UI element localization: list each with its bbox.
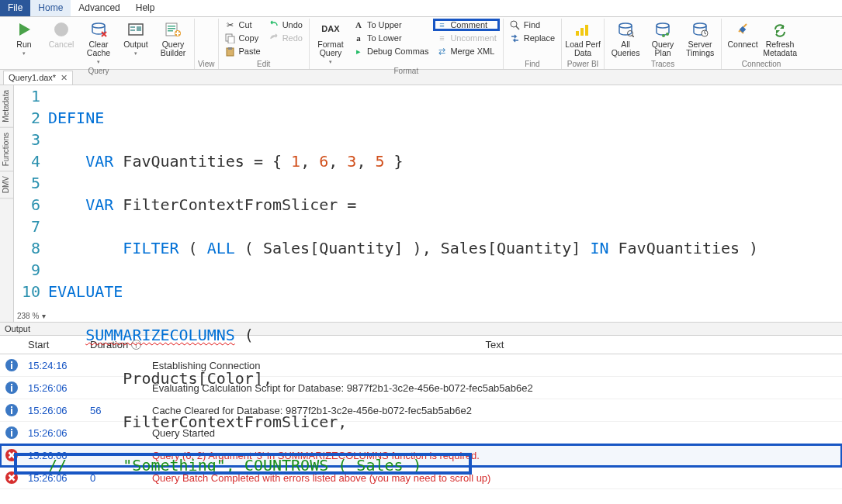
code-text: // "Something", COUNTROWS ( Sales ) bbox=[48, 456, 422, 475]
find-button[interactable]: Find bbox=[507, 19, 558, 31]
output-label: Output bbox=[123, 40, 148, 49]
line-number: 6 bbox=[14, 194, 40, 216]
code-text: ( bbox=[235, 326, 254, 344]
svg-point-26 bbox=[619, 23, 632, 28]
run-button[interactable]: Run▾ bbox=[6, 19, 42, 57]
cut-icon: ✂ bbox=[225, 19, 236, 30]
server-timings-label: Server Timings bbox=[686, 40, 714, 57]
error-icon bbox=[0, 467, 23, 489]
all-queries-button[interactable]: All Queries bbox=[608, 19, 643, 59]
copy-button[interactable]: Copy bbox=[222, 32, 264, 44]
svg-rect-8 bbox=[130, 29, 135, 31]
sidetab-metadata[interactable]: Metadata bbox=[0, 85, 13, 128]
undo-icon bbox=[269, 19, 279, 30]
format-query-button[interactable]: DAX Format Query▾ bbox=[313, 19, 348, 66]
info-icon bbox=[0, 422, 23, 444]
svg-rect-11 bbox=[168, 26, 175, 27]
code-text: 6 bbox=[319, 152, 328, 171]
side-tab-strip: Metadata Functions DMV bbox=[0, 85, 14, 322]
code-editor[interactable]: 1 2 3 4 5 6 7 8 9 10 DEFINE VAR FavQuant… bbox=[14, 85, 842, 310]
svg-point-30 bbox=[666, 33, 669, 36]
merge-icon: ⇄ bbox=[436, 46, 447, 57]
code-text: FilterContextFromSlicer = bbox=[113, 195, 356, 214]
sidetab-functions[interactable]: Functions bbox=[0, 128, 13, 171]
group-label-format: Format bbox=[313, 66, 500, 76]
load-perf-button[interactable]: Load Perf Data bbox=[565, 19, 601, 59]
svg-point-21 bbox=[511, 21, 517, 27]
replace-icon bbox=[510, 33, 521, 43]
svg-point-31 bbox=[662, 34, 665, 37]
connect-button[interactable]: Connect bbox=[725, 19, 761, 50]
all-queries-label: All Queries bbox=[612, 40, 640, 57]
svg-rect-7 bbox=[130, 26, 135, 28]
menu-advanced[interactable]: Advanced bbox=[71, 0, 127, 16]
sidetab-dmv[interactable]: DMV bbox=[0, 171, 13, 198]
debug-commas-button[interactable]: ▸Debug Commas bbox=[350, 45, 431, 57]
play-icon bbox=[15, 20, 33, 39]
query-plan-button[interactable]: Query Plan bbox=[645, 19, 681, 59]
replace-button[interactable]: Replace bbox=[507, 32, 558, 44]
line-number: 5 bbox=[14, 172, 40, 194]
find-icon bbox=[510, 19, 521, 30]
redo-icon bbox=[269, 33, 279, 43]
copy-icon bbox=[225, 33, 236, 43]
clear-cache-label: Clear Cache bbox=[87, 40, 110, 57]
code-text: FavQuantities ) bbox=[608, 239, 758, 257]
redo-button: Redo bbox=[265, 32, 306, 44]
menu-home[interactable]: Home bbox=[30, 0, 71, 16]
find-label: Find bbox=[524, 20, 540, 29]
line-number: 8 bbox=[14, 237, 40, 259]
lower-label: To Lower bbox=[367, 33, 402, 43]
group-label-connection: Connection bbox=[725, 59, 798, 69]
clear-cache-button[interactable]: Clear Cache▾ bbox=[81, 19, 116, 66]
query-builder-button[interactable]: Query Builder bbox=[155, 19, 191, 59]
svg-rect-25 bbox=[585, 25, 588, 36]
refresh-icon bbox=[771, 20, 789, 39]
merge-label: Merge XML bbox=[450, 47, 494, 56]
connect-label: Connect bbox=[728, 40, 758, 49]
replace-label: Replace bbox=[524, 33, 555, 43]
query-plan-icon bbox=[653, 20, 672, 39]
refresh-metadata-button[interactable]: Refresh Metadata bbox=[762, 19, 798, 59]
code-text: VAR bbox=[85, 195, 113, 214]
ribbon-group-powerbi: Load Perf Data Power BI bbox=[562, 19, 605, 69]
format-query-label: Format Query bbox=[317, 40, 343, 57]
code-text: FilterContextFromSlicer, bbox=[48, 413, 347, 431]
query-builder-icon bbox=[164, 20, 182, 39]
ribbon-group-format: DAX Format Query▾ ATo Upper aTo Lower ▸D… bbox=[310, 19, 504, 69]
paste-button[interactable]: Paste bbox=[222, 45, 264, 57]
line-number: 2 bbox=[14, 107, 40, 129]
ribbon-group-find: Find Replace Find bbox=[504, 19, 562, 69]
svg-point-29 bbox=[657, 23, 669, 28]
code-text bbox=[48, 326, 85, 344]
refresh-label: Refresh Metadata bbox=[763, 40, 797, 57]
merge-xml-button[interactable]: ⇄Merge XML bbox=[433, 45, 499, 57]
comment-label: Comment bbox=[450, 20, 487, 29]
menu-help[interactable]: Help bbox=[128, 0, 163, 16]
code-text: Products[Color], bbox=[48, 369, 272, 388]
comment-button[interactable]: ≡Comment bbox=[433, 19, 499, 31]
svg-rect-12 bbox=[168, 28, 175, 29]
code-text: VAR bbox=[85, 152, 113, 171]
close-icon[interactable]: ✕ bbox=[61, 73, 68, 83]
code-text: 1 bbox=[291, 152, 300, 171]
document-tab-label: Query1.dax* bbox=[9, 73, 56, 82]
svg-rect-44 bbox=[11, 384, 12, 385]
output-button[interactable]: Output▾ bbox=[118, 19, 154, 57]
cut-button[interactable]: ✂Cut bbox=[222, 19, 264, 31]
to-lower-button[interactable]: aTo Lower bbox=[350, 32, 431, 44]
code-text bbox=[48, 239, 123, 257]
server-timings-button[interactable]: Server Timings bbox=[682, 19, 718, 59]
col-icon[interactable] bbox=[0, 336, 23, 354]
redo-label: Redo bbox=[282, 33, 303, 43]
line-gutter: 1 2 3 4 5 6 7 8 9 10 bbox=[14, 85, 45, 302]
load-perf-icon bbox=[573, 20, 592, 39]
cancel-icon bbox=[52, 20, 71, 39]
menu-file[interactable]: File bbox=[0, 0, 30, 16]
undo-button[interactable]: Undo bbox=[265, 19, 306, 31]
document-tab[interactable]: Query1.dax* ✕ bbox=[3, 71, 73, 85]
to-upper-button[interactable]: ATo Upper bbox=[350, 19, 431, 31]
code-body[interactable]: DEFINE VAR FavQuantities = { 1, 6, 3, 5 … bbox=[48, 85, 842, 489]
zoom-value: 238 % bbox=[17, 312, 39, 320]
svg-rect-43 bbox=[11, 386, 12, 392]
